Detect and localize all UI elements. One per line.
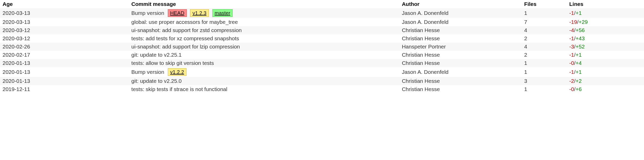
commit-message-link[interactable]: tests: add tests for xz compressed snaps…	[131, 35, 239, 41]
commit-message-link[interactable]: Bump version	[131, 10, 164, 16]
commit-files: 4	[522, 43, 567, 51]
commit-files: 7	[522, 18, 567, 26]
commit-message-link[interactable]: git: update to v2.25.1	[131, 52, 182, 58]
commit-files: 1	[522, 8, 567, 18]
commit-message-link[interactable]: ui-snapshot: add support for zstd compre…	[131, 27, 242, 33]
commit-files: 4	[522, 26, 567, 34]
deletions: -3	[569, 44, 574, 49]
deletions: -19	[569, 19, 577, 25]
commit-files: 1	[522, 85, 567, 93]
table-row: 2020-02-17git: update to v2.25.1Christia…	[0, 51, 644, 59]
commit-age: 2020-03-12	[0, 26, 129, 34]
commit-message-link[interactable]: global: use proper accessors for maybe_t…	[131, 19, 238, 25]
header-lines[interactable]: Lines	[567, 0, 644, 8]
commit-files: 3	[522, 77, 567, 85]
insertions: +1	[576, 52, 582, 58]
ref-branch[interactable]: master	[212, 9, 233, 17]
table-row: 2020-01-13git: update to v2.25.0Christia…	[0, 77, 644, 85]
deletions: -1	[569, 35, 574, 41]
table-row: 2020-03-13global: use proper accessors f…	[0, 18, 644, 26]
commit-lines: -1/+43	[567, 34, 644, 43]
commit-author: Jason A. Donenfeld	[399, 18, 522, 26]
commit-lines: -3/+52	[567, 43, 644, 51]
deletions: -0	[569, 60, 574, 66]
commit-message-link[interactable]: tests: skip tests if strace is not funct…	[131, 86, 227, 92]
commit-log-table: Age Commit message Author Files Lines 20…	[0, 0, 644, 93]
insertions: +43	[576, 35, 585, 41]
commit-message-cell: global: use proper accessors for maybe_t…	[129, 18, 399, 26]
commit-age: 2020-03-13	[0, 18, 129, 26]
table-row: 2020-03-13Bump version HEAD v1.2.3 maste…	[0, 8, 644, 18]
commit-message-cell: tests: allow to skip git version tests	[129, 59, 399, 67]
commit-files: 2	[522, 51, 567, 59]
table-row: 2019-12-11tests: skip tests if strace is…	[0, 85, 644, 93]
header-age[interactable]: Age	[0, 0, 129, 8]
commit-message-cell: git: update to v2.25.0	[129, 77, 399, 85]
commit-author: Jason A. Donenfeld	[399, 67, 522, 77]
commit-age: 2020-02-26	[0, 43, 129, 51]
deletions: -4	[569, 27, 574, 33]
commit-files: 1	[522, 67, 567, 77]
header-author[interactable]: Author	[399, 0, 522, 8]
commit-age: 2019-12-11	[0, 85, 129, 93]
table-row: 2020-01-13Bump version v1.2.2Jason A. Do…	[0, 67, 644, 77]
ref-tag[interactable]: v1.2.3	[190, 9, 209, 17]
ref-head[interactable]: HEAD	[168, 9, 187, 17]
commit-author: Christian Hesse	[399, 34, 522, 43]
commit-message-cell: git: update to v2.25.1	[129, 51, 399, 59]
table-row: 2020-03-12tests: add tests for xz compre…	[0, 34, 644, 43]
commit-author: Christian Hesse	[399, 85, 522, 93]
commit-lines: -1/+1	[567, 51, 644, 59]
commit-message-cell: tests: add tests for xz compressed snaps…	[129, 34, 399, 43]
commit-files: 1	[522, 59, 567, 67]
commit-author: Christian Hesse	[399, 51, 522, 59]
commit-age: 2020-02-17	[0, 51, 129, 59]
header-message[interactable]: Commit message	[129, 0, 399, 8]
insertions: +56	[576, 27, 585, 33]
deletions: -2	[569, 78, 574, 84]
header-files[interactable]: Files	[522, 0, 567, 8]
commit-lines: -0/+4	[567, 59, 644, 67]
commit-message-link[interactable]: tests: allow to skip git version tests	[131, 60, 214, 66]
commit-message-link[interactable]: Bump version	[131, 69, 164, 75]
insertions: +6	[576, 86, 582, 92]
table-row: 2020-03-12ui-snapshot: add support for z…	[0, 26, 644, 34]
commit-age: 2020-01-13	[0, 67, 129, 77]
insertions: +2	[576, 78, 582, 84]
commit-message-cell: Bump version HEAD v1.2.3 master	[129, 8, 399, 18]
commit-author: Christian Hesse	[399, 77, 522, 85]
commit-lines: -1/+1	[567, 67, 644, 77]
deletions: -0	[569, 86, 574, 92]
commit-files: 2	[522, 34, 567, 43]
insertions: +4	[576, 60, 582, 66]
commit-age: 2020-01-13	[0, 59, 129, 67]
table-header-row: Age Commit message Author Files Lines	[0, 0, 644, 8]
deletions: -1	[569, 69, 574, 75]
deletions: -1	[569, 10, 574, 16]
insertions: +1	[576, 10, 582, 16]
insertions: +29	[579, 19, 588, 25]
commit-age: 2020-01-13	[0, 77, 129, 85]
commit-message-link[interactable]: ui-snapshot: add support for lzip compre…	[131, 44, 240, 49]
commit-age: 2020-03-13	[0, 8, 129, 18]
commit-message-cell: Bump version v1.2.2	[129, 67, 399, 77]
commit-lines: -2/+2	[567, 77, 644, 85]
commit-author: Christian Hesse	[399, 26, 522, 34]
commit-author: Jason A. Donenfeld	[399, 8, 522, 18]
commit-message-cell: ui-snapshot: add support for lzip compre…	[129, 43, 399, 51]
commit-message-link[interactable]: git: update to v2.25.0	[131, 78, 182, 84]
commit-age: 2020-03-12	[0, 34, 129, 43]
commit-message-cell: tests: skip tests if strace is not funct…	[129, 85, 399, 93]
commit-message-cell: ui-snapshot: add support for zstd compre…	[129, 26, 399, 34]
commit-lines: -19/+29	[567, 18, 644, 26]
commit-lines: -0/+6	[567, 85, 644, 93]
table-row: 2020-02-26ui-snapshot: add support for l…	[0, 43, 644, 51]
insertions: +52	[576, 44, 585, 49]
ref-tag[interactable]: v1.2.2	[168, 68, 186, 76]
commit-lines: -1/+1	[567, 8, 644, 18]
commit-author: Hanspeter Portner	[399, 43, 522, 51]
commit-lines: -4/+56	[567, 26, 644, 34]
table-row: 2020-01-13tests: allow to skip git versi…	[0, 59, 644, 67]
commit-author: Christian Hesse	[399, 59, 522, 67]
deletions: -1	[569, 52, 574, 58]
